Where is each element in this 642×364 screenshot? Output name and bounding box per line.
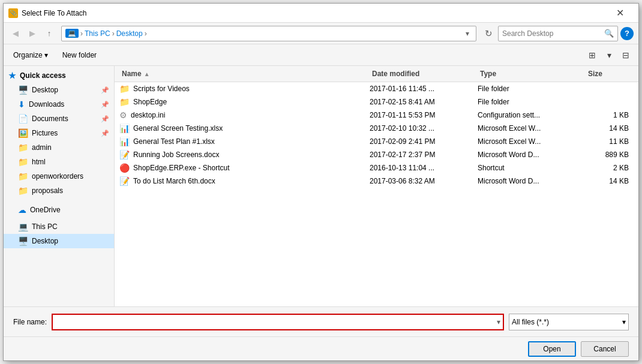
file-name-cell: 📝 To do List March 6th.docx (119, 176, 370, 186)
size-column-header[interactable]: Size (586, 68, 634, 79)
file-name-cell: ⚙ desktop.ini (119, 110, 370, 120)
filename-dropdown-btn[interactable]: ▾ (497, 318, 500, 326)
breadcrumb-thispc[interactable]: This PC (85, 29, 110, 38)
search-bar[interactable]: 🔍 (498, 26, 618, 41)
sidebar-item-documents[interactable]: 📄 Documents 📌 (4, 112, 114, 126)
name-column-header[interactable]: Name ▲ (119, 68, 370, 79)
filename-label: File name: (13, 318, 47, 326)
table-row[interactable]: 📁 ShopEdge 2017-02-15 8:41 AM File folde… (115, 95, 638, 109)
dialog-title: Select File To Attach (22, 9, 606, 17)
file-size-cell: 1 KB (586, 111, 634, 119)
table-row[interactable]: 📝 Running Job Screens.docx 2017-02-17 2:… (115, 148, 638, 161)
file-type-icon: 📊 (119, 137, 130, 146)
admin-folder-icon: 📁 (18, 143, 28, 152)
file-date-cell: 2017-01-11 5:53 PM (370, 111, 478, 119)
file-type-icon: 📁 (119, 84, 130, 94)
file-date-cell: 2017-02-09 2:41 PM (370, 137, 478, 146)
file-type-icon: 📁 (119, 97, 130, 107)
back-button[interactable]: ◀ (8, 26, 23, 41)
thispc-icon: 💻 (18, 222, 28, 231)
new-folder-label: New folder (62, 51, 97, 59)
help-button[interactable]: ? (620, 27, 634, 40)
refresh-button[interactable]: ↻ (481, 26, 496, 41)
type-column-header[interactable]: Type (478, 68, 586, 79)
sidebar-item-downloads[interactable]: ⬇ Downloads 📌 (4, 97, 114, 112)
table-row[interactable]: 📊 General Test Plan #1.xlsx 2017-02-09 2… (115, 135, 638, 148)
file-date-cell: 2017-03-06 8:32 AM (370, 177, 478, 185)
new-folder-button[interactable]: New folder (58, 47, 101, 63)
filename-input-wrapper[interactable]: ▾ (52, 314, 504, 330)
html-folder-icon: 📁 (18, 157, 28, 167)
file-type-icon: 📊 (119, 124, 130, 133)
search-input[interactable] (502, 29, 604, 38)
pictures-icon: 🖼️ (18, 128, 28, 138)
file-type-cell: Microsoft Word D... (478, 177, 586, 185)
file-type-cell: Microsoft Word D... (478, 151, 586, 159)
sidebar-item-openworkorders[interactable]: 📁 openworkorders (4, 169, 114, 183)
desktop-icon-2: 🖥️ (18, 236, 28, 246)
filetype-select[interactable]: All files (*.*) ▾ (509, 314, 629, 330)
onedrive-icon: ☁ (18, 205, 26, 215)
sidebar: ★ Quick access 🖥️ Desktop 📌 ⬇ Downloads … (4, 66, 115, 306)
nav-bar: ◀ ▶ ↑ 💻 › This PC › Desktop › ▾ ↻ 🔍 ? (4, 23, 638, 44)
pin-icon: 📌 (101, 86, 109, 94)
table-row[interactable]: 📝 To do List March 6th.docx 2017-03-06 8… (115, 175, 638, 188)
file-type-icon: 🔴 (119, 163, 130, 173)
file-size-cell: 14 KB (586, 124, 634, 133)
view-details-button[interactable]: ⊞ (584, 47, 600, 63)
proposals-folder-icon: 📁 (18, 186, 28, 195)
address-bar[interactable]: 💻 › This PC › Desktop › ▾ (61, 26, 476, 41)
cancel-button[interactable]: Cancel (581, 341, 629, 357)
sidebar-item-onedrive[interactable]: ☁ OneDrive (4, 203, 114, 217)
sidebar-desktop-label-2: Desktop (32, 237, 109, 245)
bottom-bar: File name: ▾ All files (*.*) ▾ (4, 306, 638, 336)
organize-button[interactable]: Organize ▾ (8, 47, 53, 63)
sidebar-item-html[interactable]: 📁 html (4, 155, 114, 169)
table-row[interactable]: 📁 Scripts for Videos 2017-01-16 11:45 ..… (115, 82, 638, 95)
sidebar-onedrive-label: OneDrive (30, 206, 109, 214)
title-bar: 📎 Select File To Attach ✕ (4, 4, 638, 23)
pin-icon-documents: 📌 (101, 115, 109, 123)
sidebar-item-desktop[interactable]: 🖥️ Desktop 📌 (4, 83, 114, 97)
sidebar-item-thispc[interactable]: 💻 This PC (4, 219, 114, 234)
sidebar-item-pictures[interactable]: 🖼️ Pictures 📌 (4, 126, 114, 140)
sidebar-documents-label: Documents (32, 115, 101, 123)
table-row[interactable]: ⚙ desktop.ini 2017-01-11 5:53 PM Configu… (115, 109, 638, 122)
forward-button[interactable]: ▶ (25, 26, 40, 41)
open-button[interactable]: Open (528, 341, 576, 357)
sidebar-desktop-label: Desktop (32, 86, 101, 94)
table-row[interactable]: 🔴 ShopEdge.ERP.exe - Shortcut 2016-10-13… (115, 161, 638, 175)
content-area: ★ Quick access 🖥️ Desktop 📌 ⬇ Downloads … (4, 66, 638, 306)
breadcrumb-desktop[interactable]: Desktop (116, 29, 143, 38)
downloads-icon: ⬇ (18, 100, 25, 109)
sidebar-item-admin[interactable]: 📁 admin (4, 140, 114, 155)
file-type-cell: Configuration sett... (478, 111, 586, 119)
sidebar-thispc-label: This PC (32, 222, 109, 231)
thispc-section: 💻 This PC 🖥️ Desktop (4, 219, 114, 248)
desktop-folder-icon: 🖥️ (18, 85, 28, 95)
onedrive-section: ☁ OneDrive (4, 203, 114, 217)
file-type-cell: Shortcut (478, 164, 586, 172)
file-name-cell: 📊 General Screen Testing.xlsx (119, 124, 370, 133)
file-type-cell: File folder (478, 85, 586, 93)
file-date-cell: 2017-01-16 11:45 ... (370, 85, 478, 93)
preview-pane-button[interactable]: ⊟ (618, 47, 634, 63)
close-button[interactable]: ✕ (606, 4, 634, 23)
quick-access-header[interactable]: ★ Quick access (4, 68, 114, 83)
file-list-header: Name ▲ Date modified Type Size (115, 66, 638, 82)
up-button[interactable]: ↑ (42, 26, 56, 41)
view-dropdown-button[interactable]: ▾ (601, 47, 617, 63)
table-row[interactable]: 📊 General Screen Testing.xlsx 2017-02-10… (115, 122, 638, 135)
sidebar-admin-label: admin (32, 143, 109, 152)
file-name-cell: 🔴 ShopEdge.ERP.exe - Shortcut (119, 163, 370, 173)
sidebar-item-proposals[interactable]: 📁 proposals (4, 183, 114, 198)
file-name-cell: 📁 ShopEdge (119, 97, 370, 107)
sidebar-item-desktop-thispc[interactable]: 🖥️ Desktop (4, 234, 114, 248)
pin-icon-pictures: 📌 (101, 130, 109, 137)
file-date-cell: 2016-10-13 11:04 ... (370, 164, 478, 172)
sidebar-downloads-label: Downloads (29, 100, 101, 109)
filename-input[interactable] (55, 318, 497, 326)
address-dropdown-btn[interactable]: ▾ (463, 29, 472, 38)
date-column-header[interactable]: Date modified (370, 68, 478, 79)
file-list: 📁 Scripts for Videos 2017-01-16 11:45 ..… (115, 82, 638, 306)
